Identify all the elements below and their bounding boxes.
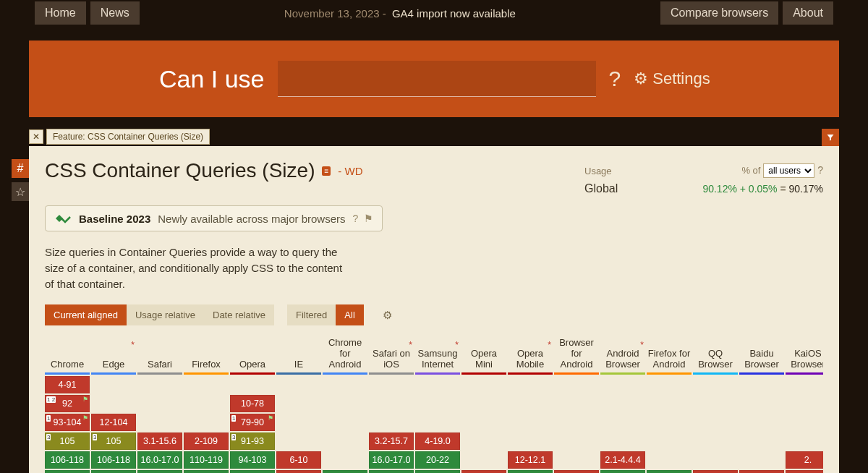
home-button[interactable]: Home	[35, 1, 86, 25]
browser-header[interactable]: UC Browser for Android	[554, 336, 599, 375]
feature-tab[interactable]: Feature: CSS Container Queries (Size)	[46, 129, 210, 145]
version-cell[interactable]: 921 2⚑	[45, 395, 90, 412]
version-cell	[91, 395, 136, 412]
baseline-icon	[54, 212, 72, 225]
version-cell[interactable]: 106-118	[45, 451, 90, 469]
version-cell	[693, 376, 738, 393]
permalink-tab[interactable]: #	[12, 159, 29, 178]
browser-column: Android Browser*2.1-4.4.4119	[600, 336, 645, 473]
version-cell[interactable]: 4-91	[45, 376, 90, 393]
favorite-tab[interactable]: ☆	[12, 182, 29, 201]
version-cell[interactable]: 119	[600, 470, 645, 473]
view-filtered[interactable]: Filtered	[287, 304, 336, 325]
info-icon[interactable]: ?	[353, 213, 359, 224]
version-cell[interactable]: 2.1-4.4.4	[600, 451, 645, 469]
browser-column: Baidu Browser13.18	[739, 336, 784, 473]
version-cell[interactable]: 91-933	[230, 432, 275, 450]
search-input[interactable]	[278, 61, 596, 97]
browser-header[interactable]: QQ Browser	[693, 336, 738, 375]
version-cell[interactable]: 120	[184, 470, 229, 473]
browser-header[interactable]: Opera Mobile*	[508, 336, 553, 375]
usage-help-icon[interactable]: ?	[817, 164, 823, 176]
version-cell	[276, 414, 321, 431]
version-cell[interactable]: 10-78	[230, 395, 275, 412]
settings-button[interactable]: ⚙ Settings	[634, 69, 710, 88]
browser-header[interactable]: KaiOS Browser	[786, 336, 823, 375]
version-cell[interactable]: 119	[647, 470, 692, 473]
browser-column: QQ Browser13.1	[693, 336, 738, 473]
news-button[interactable]: News	[90, 1, 140, 25]
version-cell[interactable]: 119	[323, 470, 367, 473]
browser-header[interactable]: Opera Mini	[461, 336, 506, 375]
version-cell[interactable]: 16.0-17.0	[137, 451, 182, 469]
version-cell[interactable]: 15.5	[554, 470, 599, 473]
filter-icon[interactable]	[822, 129, 839, 146]
view-date-relative[interactable]: Date relative	[204, 304, 274, 325]
top-nav: Home News November 13, 2023 - GA4 import…	[29, 0, 839, 26]
version-cell[interactable]: 110-119	[184, 451, 229, 469]
version-cell[interactable]: 79-901⚑	[230, 414, 275, 431]
version-cell	[693, 414, 738, 431]
browser-header[interactable]: Edge*	[91, 336, 136, 375]
version-cell	[415, 376, 460, 393]
view-settings-icon[interactable]: ⚙	[377, 305, 398, 325]
version-cell[interactable]: 119	[91, 470, 136, 473]
version-cell[interactable]: 1053	[91, 432, 136, 450]
view-all[interactable]: All	[336, 304, 363, 325]
spec-status[interactable]: - WD	[338, 165, 362, 177]
version-cell[interactable]: 4-19.0	[415, 432, 460, 450]
version-cell[interactable]: 12-104	[91, 414, 136, 431]
browser-header[interactable]: Safari	[137, 336, 182, 375]
version-cell[interactable]: 93-1041⚑	[45, 414, 90, 431]
version-cell[interactable]: 94-103	[230, 451, 275, 469]
version-cell[interactable]: 6-10	[276, 451, 321, 469]
version-cell[interactable]: 12-12.1	[508, 451, 553, 469]
browser-header[interactable]: IE	[276, 336, 321, 375]
browser-header[interactable]: Safari on iOS*	[369, 336, 414, 375]
side-tabs: # ☆	[12, 159, 29, 201]
version-cell[interactable]: 23	[415, 470, 460, 473]
version-cell	[276, 395, 321, 412]
view-current-aligned[interactable]: Current aligned	[45, 304, 127, 325]
browser-header[interactable]: Firefox	[184, 336, 229, 375]
version-cell[interactable]: 13.1	[693, 470, 738, 473]
version-cell[interactable]: 17.1	[369, 470, 414, 473]
version-cell[interactable]: 2.	[786, 451, 823, 469]
version-cell[interactable]: 16.0-17.0	[369, 451, 414, 469]
tab-close-button[interactable]: ✕	[29, 129, 43, 144]
version-cell[interactable]: 1053	[45, 432, 90, 450]
version-cell[interactable]: 119	[45, 470, 90, 473]
browser-header[interactable]: Android Browser*	[600, 336, 645, 375]
version-cell[interactable]: 13.18	[739, 470, 784, 473]
about-button[interactable]: About	[783, 1, 833, 25]
feedback-icon[interactable]: ⚑	[364, 213, 373, 224]
version-cell[interactable]: 2-109	[184, 432, 229, 450]
version-cell[interactable]: 104	[230, 470, 275, 473]
version-cell[interactable]: 3.1-15.6	[137, 432, 182, 450]
browser-header[interactable]: Firefox for Android	[647, 336, 692, 375]
version-cell[interactable]: all	[461, 470, 506, 473]
usage-totals: 90.12% + 0.05% = 90.17%	[702, 183, 823, 195]
usage-scope-select[interactable]: all users	[763, 163, 814, 178]
version-cell[interactable]: 106-118	[91, 451, 136, 469]
version-cell	[693, 395, 738, 412]
version-cell[interactable]: 3.2-15.7	[369, 432, 414, 450]
browser-header[interactable]: Chrome	[45, 336, 90, 375]
compare-browsers-button[interactable]: Compare browsers	[660, 1, 778, 25]
version-cell	[508, 376, 553, 393]
news-banner[interactable]: November 13, 2023 - GA4 import now avail…	[144, 7, 656, 20]
version-cell[interactable]: 11	[276, 470, 321, 473]
browser-header[interactable]: Baidu Browser	[739, 336, 784, 375]
version-cell[interactable]: 17.1	[137, 470, 182, 473]
hero: Can I use ? ⚙ Settings	[29, 41, 839, 117]
browser-header[interactable]: Chrome for Android	[323, 336, 367, 375]
browser-column: Safari on iOS*3.2-15.716.0-17.017.117.2	[369, 336, 414, 473]
version-cell[interactable]: 73	[508, 470, 553, 473]
version-cell[interactable]: 20-22	[415, 451, 460, 469]
browser-header[interactable]: Samsung Internet*	[415, 336, 460, 375]
version-cell	[647, 395, 692, 412]
version-cell[interactable]: 3.	[786, 470, 823, 473]
browser-header[interactable]: Opera	[230, 336, 275, 375]
baseline-status[interactable]: Baseline 2023 Newly available across maj…	[45, 205, 383, 231]
view-usage-relative[interactable]: Usage relative	[127, 304, 204, 325]
